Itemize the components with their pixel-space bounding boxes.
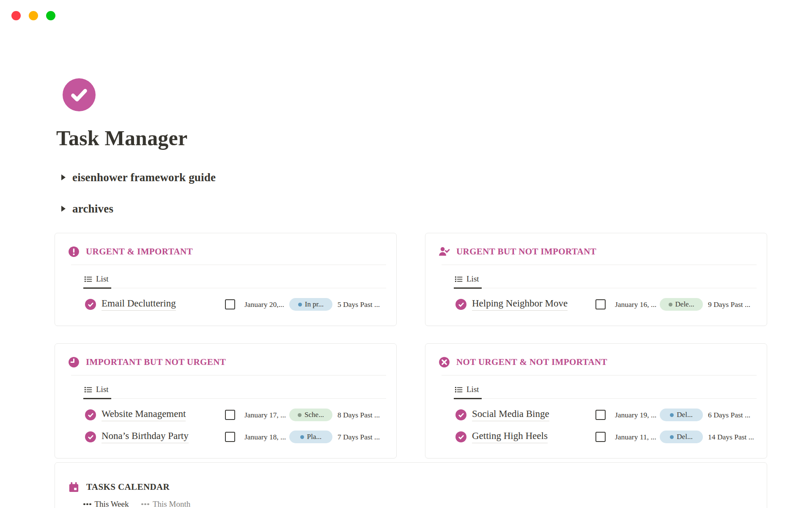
days-past-text: 9 Days Past ... bbox=[708, 300, 757, 309]
task-row: Website Management January 17, ... Sche.… bbox=[85, 404, 386, 426]
status-label: Sche... bbox=[304, 411, 324, 419]
task-due-date: January 16, ... bbox=[615, 300, 660, 309]
status-badge[interactable]: In pr... bbox=[289, 298, 332, 311]
toggle-archives[interactable]: archives bbox=[61, 202, 767, 216]
window-zoom-button[interactable] bbox=[46, 11, 55, 20]
status-dot-icon bbox=[300, 435, 304, 439]
clock-icon bbox=[68, 356, 80, 368]
days-past-text: 14 Days Past ... bbox=[708, 433, 757, 442]
toggle-label: archives bbox=[72, 202, 113, 215]
days-past-text: 8 Days Past ... bbox=[337, 411, 386, 420]
chevron-right-icon bbox=[61, 206, 66, 212]
status-dot-icon bbox=[670, 435, 674, 439]
list-view-icon bbox=[84, 275, 92, 283]
task-row: Email Decluttering January 20,... In pr.… bbox=[85, 293, 386, 315]
tasks-calendar-card: TASKS CALENDAR This WeekThis Month bbox=[55, 462, 767, 508]
quadrant-title: URGENT & IMPORTANT bbox=[86, 246, 193, 257]
completed-check-icon[interactable] bbox=[85, 299, 96, 310]
view-tab-bar: List bbox=[454, 274, 757, 288]
page-check-icon[interactable] bbox=[63, 78, 96, 111]
task-name-link[interactable]: Website Management bbox=[102, 409, 186, 421]
task-name-link[interactable]: Email Decluttering bbox=[102, 298, 176, 311]
completed-check-icon[interactable] bbox=[85, 409, 96, 420]
tasks-calendar-title: TASKS CALENDAR bbox=[86, 482, 170, 492]
window-minimize-button[interactable] bbox=[29, 11, 38, 20]
toggle-label: eisenhower framework guide bbox=[72, 171, 216, 184]
status-dot-icon bbox=[298, 303, 302, 306]
task-name-link[interactable]: Getting High Heels bbox=[472, 431, 548, 443]
divider bbox=[442, 265, 757, 265]
quadrant-header: URGENT & IMPORTANT bbox=[55, 233, 396, 257]
quadrant-card-urgent-important: URGENT & IMPORTANT List Email Declutteri… bbox=[55, 233, 397, 326]
calendar-tab-this-month[interactable]: This Month bbox=[141, 500, 190, 508]
view-tab-label: List bbox=[96, 274, 109, 284]
status-label: Del... bbox=[677, 433, 692, 441]
task-row: Nona’s Birthday Party January 18, ... Pl… bbox=[85, 426, 386, 448]
task-due-date: January 17, ... bbox=[244, 411, 289, 420]
view-tab-list[interactable]: List bbox=[454, 274, 482, 289]
done-checkbox[interactable] bbox=[225, 432, 235, 442]
quadrant-title: URGENT BUT NOT IMPORTANT bbox=[456, 246, 596, 257]
quadrant-card-urgent-not-important: URGENT BUT NOT IMPORTANT List Helping Ne… bbox=[425, 233, 767, 326]
view-tab-list[interactable]: List bbox=[454, 385, 482, 399]
done-checkbox[interactable] bbox=[595, 299, 606, 309]
task-name-link[interactable]: Helping Neighbor Move bbox=[472, 298, 568, 311]
task-list: Social Media Binge January 19, ... Del..… bbox=[455, 404, 757, 448]
page-content: Task Manager eisenhower framework guide … bbox=[55, 78, 767, 508]
view-tab-list[interactable]: List bbox=[83, 385, 111, 399]
status-badge[interactable]: Del... bbox=[660, 409, 703, 421]
quadrant-title: NOT URGENT & NOT IMPORTANT bbox=[456, 357, 607, 367]
user-check-icon bbox=[439, 246, 450, 257]
list-view-icon bbox=[455, 275, 463, 283]
status-badge[interactable]: Dele... bbox=[660, 298, 703, 311]
view-tab-list[interactable]: List bbox=[83, 274, 111, 289]
status-dot-icon bbox=[669, 303, 672, 306]
window-close-button[interactable] bbox=[11, 11, 21, 20]
dots-view-icon bbox=[141, 503, 149, 505]
divider bbox=[71, 375, 386, 375]
exclamation-circle-icon bbox=[68, 246, 80, 257]
view-tab-bar: List bbox=[83, 385, 386, 399]
task-name-link[interactable]: Social Media Binge bbox=[472, 409, 549, 421]
quadrant-card-important-not-urgent: IMPORTANT BUT NOT URGENT List Website Ma… bbox=[55, 343, 397, 458]
view-tab-bar: List bbox=[83, 274, 386, 288]
completed-check-icon[interactable] bbox=[455, 299, 466, 310]
done-checkbox[interactable] bbox=[595, 410, 606, 420]
done-checkbox[interactable] bbox=[595, 432, 606, 442]
done-checkbox[interactable] bbox=[225, 299, 235, 309]
completed-check-icon[interactable] bbox=[85, 431, 96, 442]
view-tab-label: List bbox=[466, 385, 479, 394]
task-list: Website Management January 17, ... Sche.… bbox=[85, 404, 386, 448]
status-dot-icon bbox=[670, 413, 674, 417]
status-label: Pla... bbox=[307, 433, 321, 441]
status-label: Dele... bbox=[675, 300, 694, 309]
quadrant-header: URGENT BUT NOT IMPORTANT bbox=[425, 233, 767, 257]
task-row: Getting High Heels January 11, ... Del..… bbox=[455, 426, 757, 448]
done-checkbox[interactable] bbox=[225, 410, 235, 420]
toggle-list: eisenhower framework guide archives bbox=[61, 170, 767, 216]
toggle-eisenhower-framework-guide[interactable]: eisenhower framework guide bbox=[61, 170, 767, 185]
days-past-text: 7 Days Past ... bbox=[337, 433, 386, 442]
task-due-date: January 20,... bbox=[244, 300, 289, 309]
status-badge[interactable]: Sche... bbox=[289, 409, 332, 421]
page-title: Task Manager bbox=[56, 126, 767, 150]
divider bbox=[442, 375, 757, 375]
completed-check-icon[interactable] bbox=[455, 431, 466, 442]
calendar-tab-this-week[interactable]: This Week bbox=[83, 500, 129, 508]
task-name-link[interactable]: Nona’s Birthday Party bbox=[102, 431, 189, 443]
status-badge[interactable]: Del... bbox=[660, 431, 703, 443]
status-badge[interactable]: Pla... bbox=[289, 431, 332, 443]
x-circle-icon bbox=[439, 356, 450, 368]
calendar-tab-label: This Month bbox=[153, 500, 190, 508]
quadrant-header: NOT URGENT & NOT IMPORTANT bbox=[425, 344, 767, 368]
quadrant-card-not-urgent-not-important: NOT URGENT & NOT IMPORTANT List Social M… bbox=[425, 343, 767, 458]
view-tab-label: List bbox=[466, 274, 479, 284]
quadrant-header: IMPORTANT BUT NOT URGENT bbox=[55, 344, 396, 368]
days-past-text: 6 Days Past ... bbox=[708, 411, 757, 420]
status-dot-icon bbox=[298, 413, 302, 417]
quadrant-title: IMPORTANT BUT NOT URGENT bbox=[86, 357, 226, 367]
dots-view-icon bbox=[83, 503, 91, 505]
calendar-view-tabs: This WeekThis Month bbox=[83, 500, 757, 508]
task-row: Social Media Binge January 19, ... Del..… bbox=[455, 404, 757, 426]
completed-check-icon[interactable] bbox=[455, 409, 466, 420]
